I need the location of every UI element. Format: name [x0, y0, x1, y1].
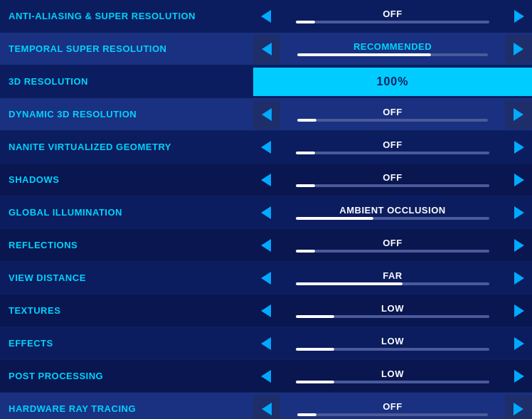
bar-empty-reflections — [315, 250, 489, 253]
right-arrow-view-distance[interactable] — [506, 265, 532, 291]
value-box-effects: LOW — [279, 331, 506, 356]
left-triangle-global-illumination — [261, 206, 271, 219]
value-bar-view-distance — [296, 282, 489, 285]
bar-fill-temporal-super-resolution — [297, 53, 431, 56]
bar-empty-anti-aliasing — [315, 21, 489, 23]
label-shadows: SHADOWS — [0, 174, 253, 185]
settings-row-reflections: REFLECTIONSOFF — [0, 229, 532, 262]
right-triangle-reflections — [514, 239, 524, 252]
control-shadows: OFF — [253, 167, 532, 193]
right-triangle-temporal-super-resolution — [514, 43, 523, 55]
control-hardware-ray-tracing: OFF — [253, 395, 532, 420]
bar-empty-post-processing — [334, 381, 489, 383]
bar-empty-effects — [334, 348, 489, 351]
label-textures: TEXTURES — [0, 305, 253, 316]
label-anti-aliasing: ANTI-ALIASING & SUPER RESOLUTION — [0, 11, 253, 21]
value-text-hardware-ray-tracing: OFF — [383, 402, 403, 411]
right-arrow-shadows[interactable] — [506, 167, 532, 193]
left-arrow-post-processing[interactable] — [253, 364, 279, 389]
left-triangle-temporal-super-resolution — [262, 43, 272, 55]
left-arrow-textures[interactable] — [253, 298, 279, 324]
value-text-shadows: OFF — [383, 173, 403, 182]
value-bar-anti-aliasing — [296, 21, 489, 23]
right-arrow-global-illumination[interactable] — [506, 200, 532, 226]
right-triangle-global-illumination — [514, 206, 524, 219]
value-box-dynamic-3d-resolution: OFF — [280, 102, 505, 127]
value-box-anti-aliasing: OFF — [279, 4, 506, 29]
right-arrow-textures[interactable] — [506, 298, 532, 324]
bar-empty-hardware-ray-tracing — [316, 413, 489, 416]
value-bar-hardware-ray-tracing — [297, 413, 489, 416]
bar-fill-dynamic-3d-resolution — [297, 119, 316, 122]
left-arrow-nanite-virtualized[interactable] — [253, 134, 279, 160]
left-triangle-nanite-virtualized — [261, 141, 271, 154]
left-arrow-global-illumination[interactable] — [253, 200, 279, 226]
settings-row-3d-resolution: 3D RESOLUTION100% — [0, 65, 532, 98]
left-arrow-hardware-ray-tracing[interactable] — [253, 395, 280, 420]
right-triangle-dynamic-3d-resolution — [514, 108, 523, 121]
right-triangle-post-processing — [514, 370, 524, 383]
left-arrow-effects[interactable] — [253, 331, 279, 356]
right-arrow-hardware-ray-tracing[interactable] — [505, 395, 532, 420]
settings-row-temporal-super-resolution: TEMPORAL SUPER RESOLUTIONRECOMMENDED — [0, 33, 532, 65]
right-triangle-effects — [514, 337, 524, 350]
left-triangle-reflections — [261, 239, 271, 252]
bar-fill-post-processing — [296, 381, 334, 383]
settings-row-shadows: SHADOWSOFF — [0, 164, 532, 196]
bar-empty-view-distance — [403, 282, 489, 285]
left-triangle-effects — [261, 337, 271, 350]
right-arrow-anti-aliasing[interactable] — [506, 4, 532, 29]
label-dynamic-3d-resolution: DYNAMIC 3D RESOLUTION — [0, 109, 253, 120]
left-arrow-temporal-super-resolution[interactable] — [253, 35, 280, 63]
label-reflections: REFLECTIONS — [0, 240, 253, 250]
control-reflections: OFF — [253, 233, 532, 258]
value-text-effects: LOW — [381, 336, 404, 346]
left-arrow-view-distance[interactable] — [253, 265, 279, 291]
left-triangle-view-distance — [261, 272, 271, 285]
left-arrow-dynamic-3d-resolution[interactable] — [253, 100, 280, 129]
value-box-reflections: OFF — [279, 233, 506, 258]
left-arrow-anti-aliasing[interactable] — [253, 4, 279, 29]
label-temporal-super-resolution: TEMPORAL SUPER RESOLUTION — [0, 43, 253, 54]
control-dynamic-3d-resolution: OFF — [253, 100, 532, 129]
bar-fill-global-illumination — [296, 217, 373, 220]
settings-row-global-illumination: GLOBAL ILLUMINATIONAMBIENT OCCLUSION — [0, 196, 532, 229]
control-textures: LOW — [253, 298, 532, 324]
label-view-distance: VIEW DISTANCE — [0, 272, 253, 283]
value-bar-textures — [296, 315, 489, 318]
left-triangle-dynamic-3d-resolution — [262, 108, 272, 121]
right-arrow-effects[interactable] — [506, 331, 532, 356]
right-triangle-hardware-ray-tracing — [514, 403, 523, 415]
value-bar-reflections — [296, 250, 489, 253]
right-triangle-view-distance — [514, 272, 524, 285]
right-triangle-nanite-virtualized — [514, 141, 524, 154]
value-text-global-illumination: AMBIENT OCCLUSION — [339, 206, 445, 215]
value-text-anti-aliasing: OFF — [383, 9, 403, 18]
value-text-view-distance: FAR — [383, 271, 403, 280]
label-3d-resolution: 3D RESOLUTION — [0, 76, 253, 87]
control-3d-resolution: 100% — [253, 65, 532, 98]
left-arrow-shadows[interactable] — [253, 167, 279, 193]
label-effects: EFFECTS — [0, 338, 253, 349]
bar-empty-nanite-virtualized — [315, 152, 489, 154]
left-arrow-reflections[interactable] — [253, 233, 279, 258]
bar-fill-shadows — [296, 184, 315, 187]
right-arrow-post-processing[interactable] — [506, 364, 532, 389]
label-post-processing: POST PROCESSING — [0, 371, 253, 381]
right-triangle-shadows — [514, 174, 524, 186]
settings-row-dynamic-3d-resolution: DYNAMIC 3D RESOLUTIONOFF — [0, 98, 532, 131]
value-text-textures: LOW — [381, 304, 404, 313]
value-bar-nanite-virtualized — [296, 152, 489, 154]
value-text-temporal-super-resolution: RECOMMENDED — [353, 42, 432, 51]
label-hardware-ray-tracing: HARDWARE RAY TRACING — [0, 403, 253, 414]
right-arrow-temporal-super-resolution[interactable] — [505, 35, 532, 63]
right-arrow-dynamic-3d-resolution[interactable] — [505, 100, 532, 129]
value-text-post-processing: LOW — [381, 369, 404, 378]
right-arrow-nanite-virtualized[interactable] — [506, 134, 532, 160]
settings-table: ANTI-ALIASING & SUPER RESOLUTIONOFFTEMPO… — [0, 0, 532, 419]
value-box-global-illumination: AMBIENT OCCLUSION — [279, 200, 506, 226]
right-arrow-reflections[interactable] — [506, 233, 532, 258]
right-triangle-textures — [514, 304, 524, 317]
bar-empty-shadows — [315, 184, 489, 187]
settings-row-post-processing: POST PROCESSINGLOW — [0, 360, 532, 393]
